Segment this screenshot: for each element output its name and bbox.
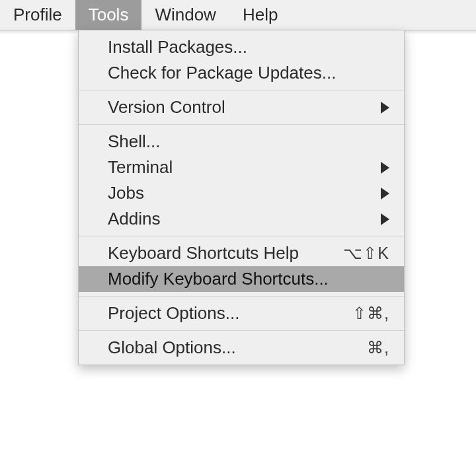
menu-item-check-updates[interactable]: Check for Package Updates... <box>79 60 404 86</box>
menu-group: Install Packages... Check for Package Up… <box>79 30 404 90</box>
menu-item-label: Addins <box>108 209 373 229</box>
menu-item-terminal[interactable]: Terminal <box>79 155 404 180</box>
menu-item-label: Version Control <box>108 97 373 118</box>
menubar-label: Window <box>155 5 216 25</box>
menu-item-project-options[interactable]: Project Options... ⇧⌘, <box>79 300 404 326</box>
menu-item-jobs[interactable]: Jobs <box>79 180 404 206</box>
menu-item-install-packages[interactable]: Install Packages... <box>79 34 404 60</box>
menu-item-label: Jobs <box>108 183 373 203</box>
menu-item-shortcut: ⌥⇧K <box>343 244 389 263</box>
menu-item-addins[interactable]: Addins <box>79 206 404 232</box>
menu-item-label: Project Options... <box>108 303 344 324</box>
menu-item-version-control[interactable]: Version Control <box>79 94 404 120</box>
menu-group: Project Options... ⇧⌘, <box>79 296 404 330</box>
content-area: Install Packages... Check for Package Up… <box>0 30 476 457</box>
menu-item-modify-keyboard-shortcuts[interactable]: Modify Keyboard Shortcuts... <box>79 266 404 292</box>
menubar-label: Profile <box>13 5 62 25</box>
chevron-right-icon <box>381 213 389 225</box>
chevron-right-icon <box>381 102 389 114</box>
menu-group: Shell... Terminal Jobs Addins <box>79 124 404 236</box>
menu-item-shell[interactable]: Shell... <box>79 129 404 155</box>
tools-dropdown: Install Packages... Check for Package Up… <box>78 30 405 365</box>
menubar-item-profile[interactable]: Profile <box>0 0 75 30</box>
menu-item-label: Keyboard Shortcuts Help <box>108 243 335 264</box>
menu-item-label: Global Options... <box>108 337 359 358</box>
menubar-item-window[interactable]: Window <box>141 0 229 30</box>
menubar-label: Help <box>243 5 278 25</box>
menubar-item-tools[interactable]: Tools <box>75 0 142 30</box>
chevron-right-icon <box>381 188 389 199</box>
menu-item-label: Shell... <box>108 131 389 152</box>
menu-item-shortcut: ⇧⌘, <box>352 304 389 323</box>
menu-item-keyboard-shortcuts-help[interactable]: Keyboard Shortcuts Help ⌥⇧K <box>79 240 404 266</box>
menu-item-label: Terminal <box>108 157 373 178</box>
chevron-right-icon <box>381 162 389 174</box>
menubar-label: Tools <box>89 5 129 25</box>
menu-item-label: Modify Keyboard Shortcuts... <box>108 269 389 289</box>
menubar: Profile Tools Window Help <box>0 0 476 30</box>
menu-item-label: Check for Package Updates... <box>108 63 389 83</box>
menu-item-label: Install Packages... <box>108 37 389 57</box>
menu-item-shortcut: ⌘, <box>367 338 389 357</box>
menu-group: Global Options... ⌘, <box>79 330 404 365</box>
menu-group: Version Control <box>79 90 404 124</box>
menu-group: Keyboard Shortcuts Help ⌥⇧K Modify Keybo… <box>79 236 404 296</box>
menu-item-global-options[interactable]: Global Options... ⌘, <box>79 335 404 361</box>
menubar-item-help[interactable]: Help <box>229 0 291 30</box>
